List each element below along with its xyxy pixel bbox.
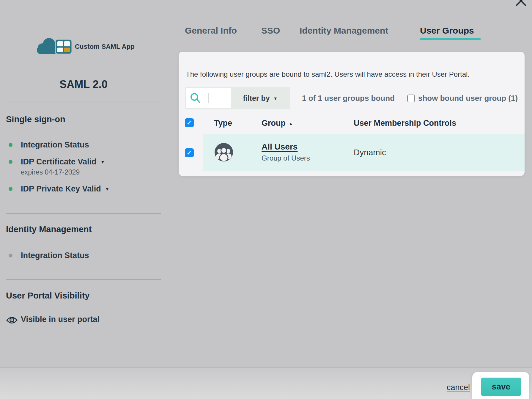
- status-green-dot-icon: [9, 160, 12, 164]
- grid-shape: [55, 39, 72, 54]
- status-green-dot-icon: [9, 143, 12, 147]
- table-row[interactable]: All Users Group of Users Dynamic: [203, 134, 525, 171]
- column-header-type[interactable]: Type: [214, 118, 232, 128]
- save-button-highlight-card: save: [472, 372, 529, 399]
- show-bound-label: show bound user group (1): [418, 87, 518, 109]
- idp-certificate-label[interactable]: IDP Certificate Valid▼: [21, 157, 105, 167]
- row-checkbox[interactable]: ✓: [185, 148, 194, 157]
- idp-certificate-expiry: expires 04-17-2029: [21, 168, 80, 176]
- tab-sso[interactable]: SSO: [261, 26, 280, 36]
- close-icon[interactable]: [515, 0, 527, 7]
- identity-management-section-heading: Identity Management: [6, 224, 92, 234]
- app-name-label: Custom SAML App: [75, 43, 135, 51]
- group-type-label: Group of Users: [262, 154, 310, 162]
- active-tab-underline: [420, 38, 481, 40]
- status-gray-dot-icon: [9, 254, 12, 257]
- cancel-link[interactable]: cancel: [447, 383, 470, 392]
- chevron-down-icon: ▼: [273, 96, 278, 101]
- search-filter-group: filter by▼: [185, 87, 290, 109]
- chevron-down-icon[interactable]: ▼: [105, 187, 109, 191]
- eye-icon: [6, 316, 18, 325]
- status-green-dot-icon: [9, 187, 12, 191]
- idp-private-key-label[interactable]: IDP Private Key Valid▼: [21, 184, 109, 194]
- column-header-group[interactable]: Group▲: [262, 118, 293, 128]
- search-icon: [190, 92, 201, 104]
- check-icon: ✓: [187, 149, 192, 156]
- sso-section-heading: Single sign-on: [6, 114, 65, 124]
- sort-asc-icon: ▲: [289, 121, 293, 126]
- user-portal-visibility-heading: User Portal Visibility: [6, 291, 90, 301]
- save-button[interactable]: save: [481, 378, 521, 396]
- show-bound-checkbox[interactable]: [407, 95, 415, 102]
- tab-user-groups[interactable]: User Groups: [420, 26, 474, 36]
- select-all-checkbox[interactable]: ✓: [185, 118, 194, 127]
- chevron-down-icon[interactable]: ▼: [101, 160, 105, 164]
- membership-control-value: Dynamic: [354, 134, 386, 171]
- protocol-title: SAML 2.0: [6, 78, 161, 91]
- sidebar-divider: [6, 279, 161, 280]
- panel-description: The following user groups are bound to s…: [186, 70, 470, 78]
- user-groups-panel: The following user groups are bound to s…: [179, 52, 525, 176]
- filter-by-dropdown[interactable]: filter by▼: [231, 87, 290, 109]
- column-header-membership-controls[interactable]: User Membership Controls: [354, 118, 456, 128]
- visible-in-user-portal-label: Visible in user portal: [21, 315, 100, 324]
- idm-integration-status-label: Integration Status: [21, 250, 89, 260]
- saml-app-settings-modal: Custom SAML App SAML 2.0 Single sign-on …: [0, 0, 532, 399]
- sidebar-divider: [6, 213, 161, 214]
- search-box[interactable]: [186, 88, 231, 108]
- sidebar-divider: [6, 101, 161, 101]
- tab-general-info[interactable]: General Info: [185, 26, 237, 36]
- search-input[interactable]: [203, 90, 229, 106]
- check-icon: ✓: [187, 119, 192, 126]
- bound-summary-text: 1 of 1 user groups bound: [302, 87, 395, 109]
- sso-integration-status-label: Integration Status: [21, 140, 89, 150]
- custom-saml-app-logo-icon: [34, 37, 74, 55]
- filter-by-label: filter by: [243, 94, 270, 102]
- tab-identity-management[interactable]: Identity Management: [300, 26, 388, 36]
- user-group-avatar-icon[interactable]: [215, 143, 233, 161]
- group-name-link[interactable]: All Users: [262, 142, 298, 152]
